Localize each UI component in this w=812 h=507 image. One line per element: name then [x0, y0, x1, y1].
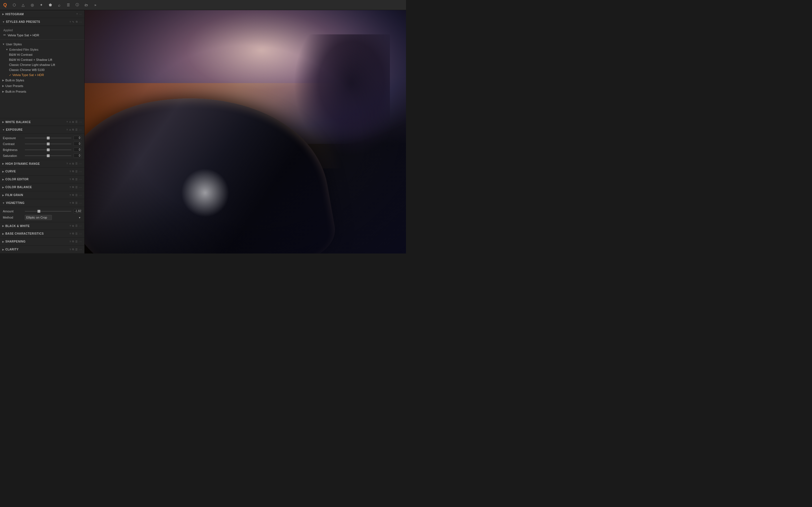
film-grain-help-icon[interactable] [69, 194, 71, 196]
info-icon[interactable]: ⓘ [74, 3, 80, 7]
wb-list-icon[interactable] [75, 121, 78, 123]
clarity-copy-icon[interactable]: ⧉ [72, 248, 74, 251]
camera-icon[interactable]: ◎ [29, 3, 35, 7]
vignetting-amount-value[interactable]: -1,82 [73, 209, 82, 213]
histogram-help-icon[interactable] [76, 13, 78, 15]
white-balance-section[interactable]: WHITE BALANCE ⧉ [0, 118, 84, 126]
hdr-copy-icon[interactable]: ⧉ [72, 162, 74, 165]
clarity-help-icon[interactable] [69, 248, 71, 251]
preset-bw-hi[interactable]: B&W Hi Contrast [0, 52, 84, 57]
brightness-value[interactable]: 0 [73, 148, 82, 152]
histogram-section[interactable]: HISTOGRAM [0, 10, 84, 18]
base-char-section[interactable]: BASE CHARACTERISTICS ⧉ [0, 230, 84, 238]
bw-menu-icon[interactable] [79, 224, 82, 227]
exposure-auto-icon[interactable] [69, 128, 71, 131]
clarity-section[interactable]: CLARITY ⧉ [0, 245, 84, 253]
crop-icon[interactable]: ⬡ [11, 3, 17, 7]
base-char-copy-icon[interactable]: ⧉ [72, 232, 74, 235]
color-editor-menu-icon[interactable] [79, 178, 82, 181]
search-icon[interactable]: ⌕ [56, 3, 62, 7]
color-editor-copy-icon[interactable]: ⧉ [72, 178, 74, 181]
curve-list-icon[interactable] [75, 170, 78, 173]
exposure-track[interactable] [25, 138, 71, 138]
bw-copy-icon[interactable]: ⧉ [72, 224, 74, 228]
exposure-section-header[interactable]: EXPOSURE ⧉ [0, 126, 84, 134]
exposure-handle[interactable] [47, 136, 50, 139]
user-styles-header[interactable]: User Styles [0, 41, 84, 47]
bw-list-icon[interactable] [75, 224, 78, 227]
curve-menu-icon[interactable] [79, 170, 82, 173]
sharpening-section[interactable]: SHARPENING ⧉ [0, 238, 84, 245]
color-balance-menu-icon[interactable] [79, 186, 82, 189]
preset-classic-wb[interactable]: Classic Chrome WB 5100 [0, 67, 84, 72]
user-presets-header[interactable]: User Presets [0, 83, 84, 89]
color-balance-list-icon[interactable] [75, 186, 78, 189]
color-balance-help-icon[interactable] [69, 186, 71, 189]
heal-icon[interactable]: △ [20, 3, 26, 7]
q-logo-icon[interactable]: Q [2, 3, 8, 8]
curve-section[interactable]: CURVE ⧉ [0, 168, 84, 175]
histogram-menu-icon[interactable] [79, 13, 82, 15]
vignetting-help-icon[interactable] [69, 202, 71, 205]
hdr-auto-icon[interactable] [69, 162, 71, 165]
styles-help-icon[interactable] [69, 20, 71, 23]
base-char-list-icon[interactable] [75, 232, 78, 235]
hdr-section[interactable]: HIGH DYNAMIC RANGE ⧉ [0, 160, 84, 168]
contrast-handle[interactable] [47, 143, 50, 145]
contrast-value[interactable]: 0 [73, 142, 82, 146]
exposure-copy-icon[interactable]: ⧉ [72, 128, 74, 131]
styles-menu-icon[interactable] [79, 20, 82, 23]
sharpening-menu-icon[interactable] [79, 240, 82, 243]
sharpening-help-icon[interactable] [69, 240, 71, 243]
extended-film-styles-header[interactable]: Extended Film Styles [0, 47, 84, 52]
hdr-menu-icon[interactable] [79, 162, 82, 165]
bw-section[interactable]: BLACK & WHITE ⧉ [0, 222, 84, 230]
saturation-value[interactable]: 0 [73, 154, 82, 158]
saturation-track[interactable] [25, 156, 71, 156]
curve-help-icon[interactable] [69, 170, 71, 173]
preset-bw-hi-shadow[interactable]: B&W Hi Contrast + Shadow Lift [0, 57, 84, 62]
hdr-list-icon[interactable] [75, 162, 78, 165]
sharpening-copy-icon[interactable]: ⧉ [72, 240, 74, 243]
exposure-help-icon[interactable] [66, 128, 68, 131]
preset-velvia[interactable]: ✓ Velvia Type Sat + HDR [0, 72, 84, 77]
vignetting-list-icon[interactable] [75, 202, 78, 205]
exposure-list-icon[interactable] [75, 128, 78, 131]
film-grain-list-icon[interactable] [75, 194, 78, 196]
exposure-menu-icon[interactable] [79, 128, 82, 131]
vignetting-amount-handle[interactable] [38, 210, 40, 213]
color-editor-list-icon[interactable] [75, 178, 78, 181]
sharpening-list-icon[interactable] [75, 240, 78, 243]
wb-menu-icon[interactable] [79, 121, 82, 123]
built-in-styles-header[interactable]: Built-in Styles [0, 77, 84, 83]
clarity-menu-icon[interactable] [79, 248, 82, 251]
color-editor-help-icon[interactable] [69, 178, 71, 181]
vignetting-amount-track[interactable] [25, 211, 71, 212]
wb-help-icon[interactable] [66, 121, 68, 123]
clarity-list-icon[interactable] [75, 248, 78, 251]
folder-icon[interactable]: 🗁 [84, 3, 89, 7]
brightness-track[interactable] [25, 150, 71, 150]
color-balance-copy-icon[interactable]: ⧉ [72, 186, 74, 189]
styles-copy-icon[interactable] [76, 20, 78, 23]
star-icon[interactable]: ✦ [38, 3, 44, 7]
preset-classic-chrome[interactable]: Classic Chrome Light shadow Lift [0, 62, 84, 67]
base-char-menu-icon[interactable] [79, 232, 82, 235]
more-icon[interactable]: » [93, 3, 98, 7]
contrast-track[interactable] [25, 144, 71, 144]
wb-copy-icon[interactable]: ⧉ [72, 121, 74, 124]
vignetting-method-select[interactable]: Elliptic on Crop Elliptic Priority Recta… [25, 215, 52, 220]
film-grain-copy-icon[interactable]: ⧉ [72, 193, 74, 196]
styles-presets-section-header[interactable]: STYLES AND PRESETS ✎ [0, 18, 84, 26]
film-grain-section[interactable]: FILM GRAIN ⧉ [0, 191, 84, 199]
built-in-presets-header[interactable]: Built-in Presets [0, 89, 84, 94]
bw-help-icon[interactable] [69, 224, 71, 227]
hdr-help-icon[interactable] [66, 162, 68, 165]
vignetting-copy-icon[interactable]: ⧉ [72, 202, 74, 205]
film-grain-menu-icon[interactable] [79, 194, 82, 196]
vignetting-menu-icon[interactable] [79, 202, 82, 205]
vignetting-section-header[interactable]: VIGNETTING ⧉ [0, 199, 84, 207]
shape-icon[interactable]: ⬟ [47, 3, 53, 7]
color-balance-section[interactable]: COLOR BALANCE ⧉ [0, 183, 84, 191]
exposure-value[interactable]: 0 [73, 136, 82, 140]
